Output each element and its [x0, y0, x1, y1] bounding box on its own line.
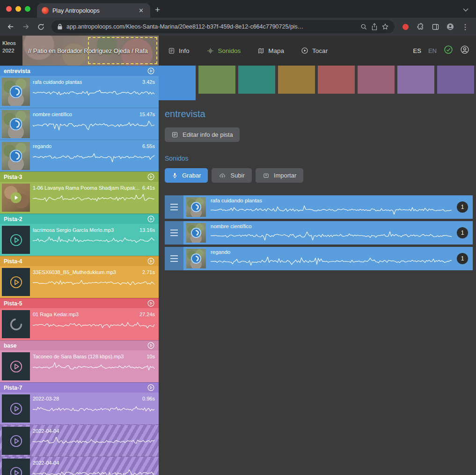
- track-row[interactable]: 1-06 Lavanya Rama Poorna Shadjam Rupak..…: [0, 182, 159, 214]
- track-row[interactable]: 2022-04-04: [0, 424, 159, 456]
- tab-search-chevron-icon[interactable]: [463, 7, 476, 18]
- track-tile[interactable]: [318, 66, 355, 94]
- track-row[interactable]: Taconeo de Sara Baras (128 kbps).mp3 10s: [0, 350, 159, 382]
- screen: Play Antropoloops ✕ + app.antropoloops.c…: [0, 0, 476, 475]
- remix-cover-image: // Patio en Bordador Rodríguez Ojeda / R…: [22, 36, 159, 66]
- track-name: nombre científico: [33, 111, 72, 117]
- address-bar[interactable]: app.antropoloops.com/Kleos-Santa-Marina/…: [51, 20, 395, 33]
- play-circle-icon[interactable]: [147, 215, 155, 223]
- track-play-button[interactable]: [2, 427, 30, 455]
- saved-check-icon[interactable]: [444, 45, 453, 56]
- antropoloops-logo-icon: [191, 253, 201, 264]
- track-row[interactable]: nombre científico 15.47s: [0, 108, 159, 140]
- play-circle-icon[interactable]: [147, 299, 155, 307]
- waveform: [33, 468, 155, 475]
- track-tile[interactable]: [238, 66, 275, 94]
- drag-handle-icon[interactable]: [165, 221, 183, 245]
- browser-menu-kebab-icon[interactable]: ⋮: [458, 20, 472, 34]
- section-header-base[interactable]: base: [0, 340, 159, 350]
- forward-button[interactable]: [19, 20, 33, 34]
- track-duration: 3.42s: [142, 79, 155, 85]
- play-circle-icon: [9, 401, 23, 416]
- play-circle-icon[interactable]: [147, 384, 155, 392]
- section-header-entrevista[interactable]: entrevista: [0, 66, 159, 76]
- play-circle-icon[interactable]: [147, 257, 155, 265]
- play-circle-icon[interactable]: [147, 341, 155, 349]
- play-circle-icon[interactable]: [147, 67, 155, 75]
- sound-row[interactable]: rafa cuidando plantas 1: [165, 195, 473, 219]
- sound-row[interactable]: regando 1: [165, 247, 473, 270]
- recording-extension-icon[interactable]: [398, 20, 412, 34]
- browser-toolbar: app.antropoloops.com/Kleos-Santa-Marina/…: [0, 18, 476, 36]
- edit-track-info-button[interactable]: Editar info de pista: [165, 127, 240, 142]
- section-title: entrevista: [4, 68, 30, 74]
- import-button[interactable]: Importar: [256, 168, 303, 183]
- reload-button[interactable]: [34, 20, 48, 34]
- track-tile-entrevista[interactable]: [159, 66, 196, 100]
- track-tile[interactable]: [278, 66, 315, 94]
- track-thumbnail[interactable]: [2, 78, 30, 106]
- lang-en-button[interactable]: EN: [428, 47, 437, 54]
- track-tile[interactable]: [358, 66, 395, 94]
- lang-es-button[interactable]: ES: [413, 47, 421, 54]
- share-icon[interactable]: [371, 23, 378, 30]
- track-tile[interactable]: [397, 66, 434, 94]
- tab-mapa[interactable]: Mapa: [257, 47, 284, 54]
- bookmark-star-icon[interactable]: [381, 23, 389, 30]
- track-tile[interactable]: [198, 66, 235, 94]
- drag-handle-icon[interactable]: [165, 195, 183, 219]
- spinner-icon: [9, 317, 23, 332]
- track-duration: 10s: [146, 354, 155, 359]
- track-row[interactable]: 2022-04-04: [0, 456, 159, 475]
- track-play-button[interactable]: [2, 268, 30, 296]
- waveform: [211, 205, 452, 215]
- antropoloops-logo-icon: [10, 118, 22, 131]
- track-tile[interactable]: [437, 66, 474, 94]
- track-row[interactable]: regando 6.55s: [0, 140, 159, 171]
- section-title: Pista-5: [4, 300, 22, 307]
- section-header-pista4[interactable]: Pista-4: [0, 256, 159, 266]
- play-circle-icon: [9, 275, 23, 289]
- play-circle-icon: [9, 466, 23, 475]
- upload-button[interactable]: Subir: [212, 168, 251, 183]
- tab-info[interactable]: Info: [168, 47, 190, 54]
- track-name: lacrimosa Sergio García Merlo.mp3: [33, 227, 114, 233]
- drag-handle-icon[interactable]: [165, 247, 183, 270]
- track-row[interactable]: 01 Raga Kedar.mp3 27.24s: [0, 308, 159, 340]
- tab-tocar[interactable]: Tocar: [301, 47, 328, 54]
- track-thumbnail[interactable]: [2, 110, 30, 138]
- tab-sonidos[interactable]: Sonidos: [206, 47, 241, 54]
- section-header-pista5[interactable]: Pista-5: [0, 298, 159, 308]
- sound-thumbnail: [186, 223, 206, 243]
- track-thumbnail[interactable]: [2, 184, 30, 212]
- record-button[interactable]: Grabar: [165, 168, 208, 183]
- play-circle-icon[interactable]: [147, 173, 155, 181]
- lock-icon[interactable]: [57, 23, 63, 30]
- section-header-pista2[interactable]: Pista-2: [0, 214, 159, 224]
- sound-row[interactable]: nombre científico 1: [165, 221, 473, 245]
- tab-close-icon[interactable]: ✕: [137, 6, 146, 15]
- track-play-button[interactable]: [2, 394, 30, 423]
- browser-tab[interactable]: Play Antropoloops ✕: [37, 3, 150, 18]
- account-icon[interactable]: [460, 45, 469, 56]
- extensions-puzzle-icon[interactable]: [413, 20, 427, 34]
- track-thumbnail[interactable]: [2, 142, 30, 170]
- track-row[interactable]: 2022-03-28 0.96s: [0, 393, 159, 424]
- new-tab-button[interactable]: +: [150, 5, 165, 18]
- track-row[interactable]: lacrimosa Sergio García Merlo.mp3 13.16s: [0, 224, 159, 256]
- section-header-pista7[interactable]: Pista-7: [0, 382, 159, 393]
- minimize-window-button[interactable]: [15, 6, 21, 12]
- track-play-button[interactable]: [2, 352, 30, 380]
- maximize-window-button[interactable]: [25, 6, 30, 12]
- section-header-pista3[interactable]: Pista-3: [0, 171, 159, 182]
- profile-avatar-icon[interactable]: [443, 20, 457, 34]
- track-play-button[interactable]: [2, 459, 30, 475]
- track-row[interactable]: 33ESX6038_B5_Muthedukkum.mp3 2.71s: [0, 266, 159, 298]
- close-window-button[interactable]: [6, 6, 12, 12]
- zoom-icon[interactable]: [360, 23, 367, 30]
- side-panel-icon[interactable]: [428, 20, 442, 34]
- track-play-button[interactable]: [2, 226, 30, 254]
- back-button[interactable]: [4, 20, 18, 34]
- track-duration: 15.47s: [139, 111, 155, 117]
- track-row[interactable]: rafa cuidando plantas 3.42s: [0, 76, 159, 108]
